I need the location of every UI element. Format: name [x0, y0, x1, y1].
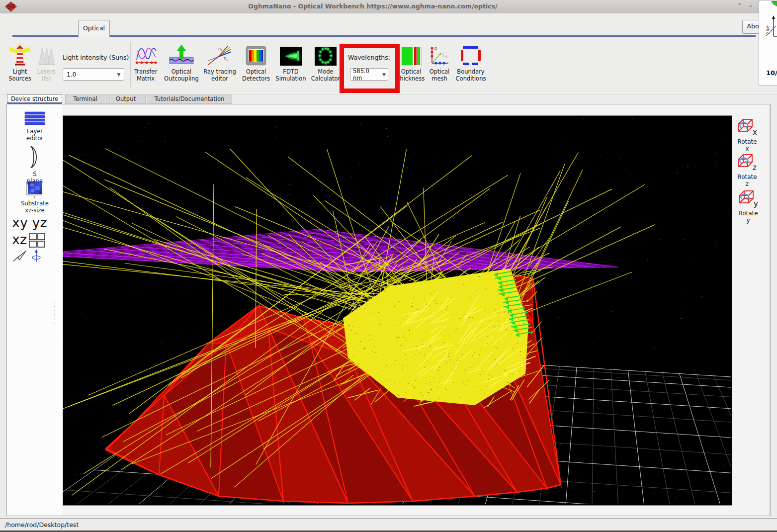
popup-value: 10/1 [766, 69, 777, 77]
rotate-x-label: Rotate x [737, 138, 757, 153]
tab-device-structure[interactable]: Device structure [7, 94, 62, 104]
optical-mesh-button[interactable]: Φ Jn,p Optical mesh [424, 42, 455, 82]
mode-calculator-button[interactable]: Mode Calculator [309, 42, 343, 82]
highlight-rectangle [340, 44, 400, 93]
optical-mesh-label: Optical mesh [430, 69, 450, 82]
grid-2x2-icon[interactable] [29, 233, 46, 248]
axis-letter: z [753, 163, 757, 172]
red-cube-rotate-icon: z [737, 153, 758, 172]
svg-text:Φ: Φ [434, 46, 437, 51]
fdtd-simulation-button[interactable]: FDTD Simulation [273, 42, 309, 82]
window-titlebar[interactable]: OghmaNano - Optical Workbench https://ww… [0, 0, 777, 14]
mode-calculator-label: Mode Calculator [311, 69, 340, 82]
light-intensity-label: Light intensity (Suns): [63, 54, 131, 61]
svg-text:Jn,p: Jn,p [442, 52, 448, 58]
menu-accent-line [12, 35, 756, 37]
s-plane-button[interactable]: S plane [7, 145, 63, 185]
green-up-arrow-icon [168, 42, 195, 66]
transfer-matrix-button[interactable]: Transfer Matrix [129, 42, 163, 82]
substrate-xz-size-button[interactable]: z Substrate xz-size [7, 180, 63, 214]
rotate-x-button[interactable]: x Rotate x [733, 118, 761, 153]
green-corner-icon [771, 1, 777, 7]
tab-output[interactable]: Output [106, 94, 146, 104]
rotate-z-label: Rotate z [737, 174, 757, 188]
green-dot-ring-icon [314, 42, 337, 66]
axis-letter: y [754, 199, 758, 208]
svg-text:n1: n1 [224, 56, 228, 61]
toolbar-separator [130, 42, 131, 87]
rotation-axis-icon[interactable] [31, 249, 42, 264]
refraction-rays-icon: n2 n1 [207, 42, 232, 66]
axis-letter: x [753, 128, 757, 137]
green-pulse-icon [279, 42, 302, 66]
ray-tracing-editor-label: Ray tracing editor [203, 69, 236, 82]
svg-text:n2: n2 [218, 47, 223, 52]
ray-tracing-editor-button[interactable]: n2 n1 Ray tracing editor [201, 42, 238, 82]
blue-layers-icon [24, 111, 45, 126]
laser-pulses-icon [37, 42, 55, 66]
chevron-down-icon[interactable]: ▼ [114, 72, 124, 77]
red-cube-rotate-icon: y [738, 189, 759, 208]
lasers-label: Lasers (fs) [37, 69, 55, 82]
transfer-matrix-label: Transfer Matrix [134, 69, 157, 82]
status-path: /home/rod/Desktop/test [5, 521, 79, 529]
pane-splitter-handle[interactable] [53, 302, 56, 324]
optical-detectors-button[interactable]: Optical Detectors [239, 42, 273, 82]
paper-plane-icon[interactable] [13, 250, 27, 262]
screen: { "window": { "title": "OghmaNano - Opti… [0, 0, 777, 532]
3d-viewport[interactable] [63, 116, 731, 504]
viewport-frame [63, 115, 732, 506]
optical-thickness-label: Optical thickness [398, 69, 425, 82]
menu-item-optical-active[interactable]: Optical [78, 20, 110, 37]
spectrum-stripes-icon [245, 42, 267, 66]
layer-editor-label: Layer editor [26, 128, 43, 142]
fdtd-simulation-label: FDTD Simulation [275, 69, 306, 82]
xy-yz-view-button[interactable]: xy yz [12, 215, 47, 230]
side-popup: 0 (µA) 10/1 [759, 0, 777, 86]
lens-crescent-icon [28, 145, 41, 169]
boundary-conditions-button[interactable]: Boundary Conditions [451, 42, 490, 82]
window-title: OghmaNano - Optical Workbench https://ww… [0, 2, 746, 10]
red-cube-rotate-icon: x [737, 118, 758, 137]
light-intensity-value: 1.0 [63, 71, 114, 78]
mesh-axes-icon: Φ Jn,p [428, 42, 451, 66]
light-sources-label: Light Sources [8, 69, 31, 82]
plot-axis-label: 0 (µA) [766, 24, 770, 34]
substrate-image-icon: z [25, 180, 44, 198]
tab-terminal[interactable]: Terminal [65, 94, 105, 104]
lighthouse-icon [9, 42, 30, 66]
xz-view-button[interactable]: xz [12, 232, 27, 247]
menu-bar: File Automation Databases Information [0, 13, 777, 37]
optical-detectors-label: Optical Detectors [242, 69, 270, 82]
substrate-xz-size-label: Substrate xz-size [21, 200, 49, 214]
lasers-button-disabled: Lasers (fs) [29, 42, 63, 82]
layer-stripes-icon [401, 42, 422, 66]
layer-editor-button[interactable]: Layer editor [7, 111, 63, 142]
svg-text:z: z [34, 195, 35, 198]
rotate-y-label: Rotate y [738, 210, 758, 224]
wave-matrix-icon [134, 42, 158, 66]
right-edge-divider [769, 104, 770, 516]
status-bar [0, 518, 777, 531]
optical-outcoupling-label: Optical Outcoupling [164, 69, 199, 82]
window-minimize-button[interactable]: – [746, 2, 755, 9]
window-shade-button[interactable]: ⌃ [735, 2, 744, 9]
rotate-y-button[interactable]: y Rotate y [734, 189, 762, 224]
light-intensity-combobox[interactable]: 1.0 ▼ [63, 68, 124, 81]
rotate-z-button[interactable]: z Rotate z [733, 153, 761, 188]
jv-plot-icon: 0 (µA) [763, 14, 777, 39]
boundary-square-icon [460, 42, 481, 66]
optical-outcoupling-button[interactable]: Optical Outcoupling [162, 42, 201, 82]
tab-tutorials-documentation[interactable]: Tutorials/Documentation [147, 94, 232, 104]
boundary-conditions-label: Boundary Conditions [456, 69, 486, 82]
